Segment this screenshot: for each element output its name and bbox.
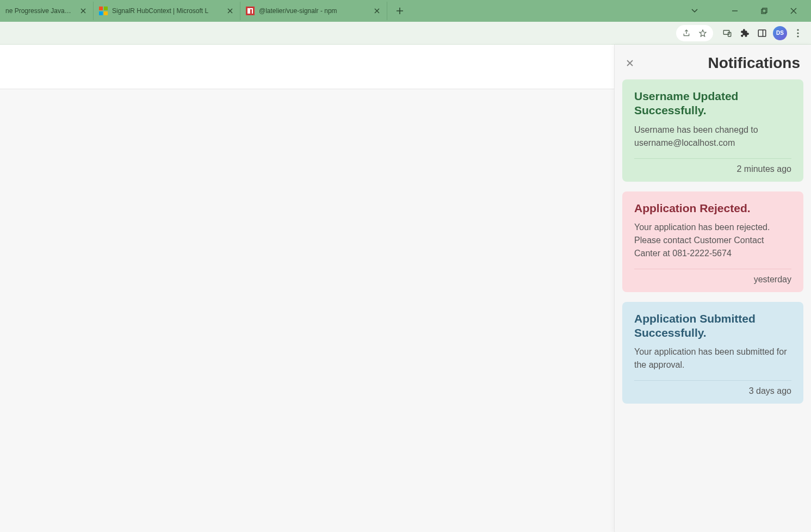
notifications-list: Username Updated Successfully. Username … bbox=[615, 76, 811, 415]
notification-card[interactable]: Username Updated Successfully. Username … bbox=[622, 79, 803, 182]
svg-rect-1 bbox=[104, 7, 108, 10]
browser-tab-strip: ne Progressive JavaScrip SignalR HubCont… bbox=[0, 0, 811, 22]
svg-rect-7 bbox=[762, 9, 766, 14]
star-icon[interactable] bbox=[696, 26, 710, 40]
share-icon[interactable] bbox=[679, 26, 694, 40]
divider bbox=[634, 269, 791, 269]
notification-title: Username Updated Successfully. bbox=[634, 89, 791, 118]
notification-body: Your application has been submitted for … bbox=[634, 345, 791, 372]
svg-rect-3 bbox=[104, 11, 108, 15]
tab-title: ne Progressive JavaScrip bbox=[5, 7, 75, 15]
notification-card[interactable]: Application Rejected. Your application h… bbox=[622, 191, 803, 292]
notification-time: 2 minutes ago bbox=[634, 164, 791, 174]
profile-avatar[interactable]: DS bbox=[773, 26, 787, 40]
notification-time: yesterday bbox=[634, 275, 791, 284]
browser-toolbar: DS bbox=[0, 22, 811, 45]
notifications-title: Notifications bbox=[635, 54, 800, 72]
microsoft-icon bbox=[99, 7, 108, 15]
close-window-button[interactable] bbox=[787, 4, 800, 17]
svg-rect-2 bbox=[99, 11, 103, 15]
divider bbox=[634, 158, 791, 159]
svg-point-13 bbox=[797, 29, 798, 30]
tab-title: @latelier/vue-signalr - npm bbox=[259, 7, 368, 15]
maximize-button[interactable] bbox=[758, 4, 771, 17]
notification-card[interactable]: Application Submitted Successfully. Your… bbox=[622, 302, 803, 404]
svg-rect-8 bbox=[763, 8, 767, 13]
notification-body: Your application has been rejected. Plea… bbox=[634, 221, 791, 260]
menu-icon[interactable] bbox=[789, 24, 807, 42]
extensions-icon[interactable] bbox=[736, 24, 753, 42]
window-controls bbox=[688, 4, 811, 17]
sidepanel-icon[interactable] bbox=[753, 24, 771, 42]
notification-title: Application Submitted Successfully. bbox=[634, 312, 791, 341]
tab-search-icon[interactable] bbox=[688, 4, 701, 17]
notification-body: Username has been chanegd to username@lo… bbox=[634, 123, 791, 150]
browser-tab-3[interactable]: @latelier/vue-signalr - npm bbox=[240, 2, 387, 20]
new-tab-button[interactable] bbox=[392, 3, 408, 19]
address-bar-actions bbox=[676, 25, 713, 41]
browser-tab-1[interactable]: ne Progressive JavaScrip bbox=[0, 2, 94, 20]
notification-time: 3 days ago bbox=[634, 386, 791, 396]
svg-rect-0 bbox=[99, 7, 103, 10]
notification-title: Application Rejected. bbox=[634, 201, 791, 215]
close-icon[interactable] bbox=[373, 7, 381, 15]
svg-rect-11 bbox=[758, 30, 766, 36]
notifications-panel-header: Notifications bbox=[615, 45, 811, 76]
notifications-panel: Notifications Username Updated Successfu… bbox=[614, 45, 811, 532]
svg-point-14 bbox=[797, 32, 798, 34]
svg-point-15 bbox=[797, 35, 798, 37]
close-icon[interactable] bbox=[624, 58, 635, 69]
npm-icon bbox=[246, 7, 255, 15]
page-content: Notifications Username Updated Successfu… bbox=[0, 45, 811, 532]
responsive-icon[interactable] bbox=[719, 24, 736, 42]
divider bbox=[634, 380, 791, 381]
close-icon[interactable] bbox=[226, 7, 234, 15]
close-icon[interactable] bbox=[79, 7, 88, 15]
browser-tab-2[interactable]: SignalR HubContext | Microsoft L bbox=[94, 2, 240, 20]
svg-rect-6 bbox=[250, 9, 252, 14]
minimize-button[interactable] bbox=[728, 4, 741, 17]
tab-title: SignalR HubContext | Microsoft L bbox=[112, 7, 221, 15]
